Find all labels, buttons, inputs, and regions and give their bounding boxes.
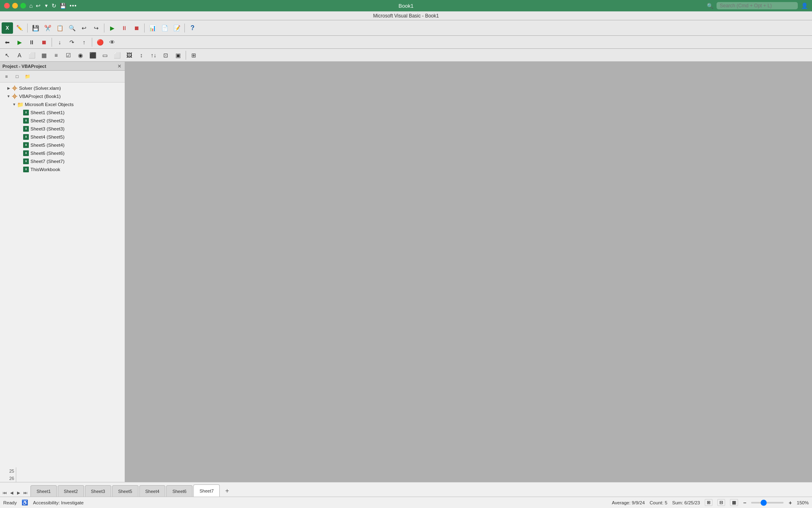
sheet2-item[interactable]: X Sheet2 (Sheet2) — [0, 117, 125, 125]
undo-icon[interactable]: ↩ — [36, 2, 41, 9]
step-into-button[interactable]: ↓ — [54, 37, 65, 48]
combo-tool-button[interactable]: ▦ — [38, 50, 50, 61]
sheet5-excel-icon: X — [23, 142, 29, 148]
toggle-tool-icon: ⬛ — [89, 52, 96, 59]
class-module-button[interactable]: 📝 — [171, 22, 182, 34]
sheet-last-button[interactable]: ⏭ — [22, 488, 29, 497]
sheet-tab-sheet2[interactable]: Sheet2 — [58, 485, 84, 497]
sheet-tab-sheet3[interactable]: Sheet3 — [85, 485, 111, 497]
step-over-button[interactable]: ↷ — [66, 37, 78, 48]
sheet-tab-sheet6[interactable]: Sheet6 — [166, 485, 193, 497]
thisworkbook-item[interactable]: X ThisWorkbook — [0, 165, 125, 174]
sheet2-label: Sheet2 (Sheet2) — [30, 118, 65, 123]
view-code-button[interactable]: ≡ — [2, 72, 11, 81]
toggle-folders-button[interactable]: 📁 — [23, 72, 32, 81]
sheet-tabs-bar: ⏮ ◀ ▶ ⏭ Sheet1 Sheet2 Sheet3 Sheet5 Shee… — [0, 482, 812, 497]
row-number-25: 25 — [0, 467, 16, 475]
frame-tool-button[interactable]: ▭ — [99, 50, 110, 61]
play2-button[interactable]: ▶ — [14, 37, 25, 48]
vbaproject-expand-icon[interactable]: ▼ — [6, 93, 11, 99]
sheet-tab-sheet4[interactable]: Sheet4 — [139, 485, 166, 497]
find-button[interactable]: 🔍 — [66, 22, 78, 34]
textbox-tool-button[interactable]: ⬜ — [26, 50, 37, 61]
design-mode-button[interactable]: ✏️ — [14, 22, 25, 34]
sheet6-item[interactable]: X Sheet6 (Sheet6) — [0, 149, 125, 157]
close-button[interactable] — [4, 3, 10, 9]
sheet3-item[interactable]: X Sheet3 (Sheet3) — [0, 125, 125, 133]
more-icon[interactable]: ••• — [69, 2, 77, 9]
page-layout-button[interactable]: ⊟ — [717, 499, 725, 506]
sheet-tab-sheet1[interactable]: Sheet1 — [30, 485, 57, 497]
indent-left-button[interactable]: ⬅ — [2, 37, 13, 48]
vbaproject-gear-icon — [11, 93, 18, 100]
image-tool-button[interactable]: 🖼 — [123, 50, 135, 61]
module-button[interactable]: 📄 — [159, 22, 170, 34]
tabstrip-tool-button[interactable]: ⊡ — [160, 50, 171, 61]
frame-tool-icon: ▭ — [102, 52, 108, 59]
ms-excel-objects-item[interactable]: ▼ 📁 Microsoft Excel Objects — [0, 100, 125, 109]
spin-tool-button[interactable]: ↑↓ — [148, 50, 159, 61]
cut-button[interactable]: ✂️ — [42, 22, 53, 34]
refresh-icon[interactable]: ↻ — [52, 2, 56, 9]
arrow-tool-button[interactable]: ↖ — [2, 50, 13, 61]
home-icon[interactable]: ⌂ — [29, 2, 32, 9]
toggle-tool-button[interactable]: ⬛ — [87, 50, 98, 61]
panel-close-button[interactable]: ✕ — [117, 63, 122, 69]
zoom-slider[interactable] — [751, 502, 784, 504]
sheet-tab-arrows: ⏮ ◀ ▶ ⏭ — [0, 488, 30, 497]
add-sheet-button[interactable]: + — [222, 486, 232, 496]
userform-button[interactable]: 📊 — [147, 22, 158, 34]
share-icon[interactable]: 👤 — [801, 2, 808, 9]
listbox-tool-button[interactable]: ≡ — [50, 50, 62, 61]
solver-item[interactable]: ▶ Solver (Solver.xlam) — [0, 84, 125, 92]
radio-tool-button[interactable]: ◉ — [75, 50, 86, 61]
copy-button[interactable]: 📋 — [54, 22, 65, 34]
save-toolbar-button[interactable]: 💾 — [30, 22, 41, 34]
maximize-button[interactable] — [20, 3, 26, 9]
ms-excel-objects-expand-icon[interactable]: ▼ — [11, 102, 17, 107]
ms-excel-objects-folder-icon: 📁 — [17, 101, 24, 108]
view-object-button[interactable]: □ — [12, 72, 22, 81]
sheet-tab-sheet7[interactable]: Sheet7 — [193, 484, 220, 497]
break-button[interactable]: ⏸ — [119, 22, 130, 34]
undo-arrow-icon[interactable]: ▼ — [44, 3, 48, 8]
zoom-in-button[interactable]: + — [788, 499, 792, 506]
stop2-icon: ⏹ — [41, 39, 47, 46]
solver-expand-icon[interactable]: ▶ — [6, 85, 11, 91]
help-button[interactable]: ? — [187, 22, 198, 34]
page-break-button[interactable]: ▦ — [730, 499, 738, 506]
app-title: Microsoft Visual Basic - Book1 — [373, 13, 439, 19]
sheet7-item[interactable]: X Sheet7 (Sheet7) — [0, 157, 125, 165]
more-controls-button[interactable]: ⊞ — [188, 50, 199, 61]
redo-toolbar-button[interactable]: ↪ — [91, 22, 102, 34]
pause2-button[interactable]: ⏸ — [26, 37, 37, 48]
stop-button[interactable]: ⏹ — [131, 22, 142, 34]
step-out-button[interactable]: ↑ — [78, 37, 90, 48]
undo-toolbar-button[interactable]: ↩ — [78, 22, 90, 34]
sheet5-item[interactable]: X Sheet5 (Sheet4) — [0, 141, 125, 149]
sheet7-excel-icon: X — [23, 158, 29, 165]
sheet3-label: Sheet3 (Sheet3) — [30, 126, 65, 131]
watch-button[interactable]: 👁 — [106, 37, 118, 48]
btn-tool-button[interactable]: ⬜ — [111, 50, 123, 61]
stop2-button[interactable]: ⏹ — [38, 37, 50, 48]
run-button[interactable]: ▶ — [106, 22, 118, 34]
sheet-tab-sheet5[interactable]: Sheet5 — [112, 485, 139, 497]
minimize-button[interactable] — [12, 3, 18, 9]
vbaproject-item[interactable]: ▼ VBAProject (Book1) — [0, 92, 125, 100]
multipage-tool-button[interactable]: ▣ — [172, 50, 184, 61]
search-input[interactable] — [717, 2, 798, 9]
checkbox-tool-button[interactable]: ☑ — [63, 50, 74, 61]
sheet-first-button[interactable]: ⏮ — [2, 488, 8, 497]
sheet4-item[interactable]: X Sheet4 (Sheet5) — [0, 133, 125, 141]
normal-view-button[interactable]: ⊞ — [705, 499, 712, 506]
label-tool-button[interactable]: A — [14, 50, 25, 61]
zoom-out-button[interactable]: − — [743, 499, 746, 506]
save-icon[interactable]: 💾 — [60, 3, 66, 9]
sheet1-item[interactable]: X Sheet1 (Sheet1) — [0, 109, 125, 117]
sheet-next-button[interactable]: ▶ — [15, 488, 22, 497]
breakpoint-button[interactable]: 🔴 — [94, 37, 106, 48]
scroll-tool-button[interactable]: ↕ — [136, 50, 147, 61]
sheet-prev-button[interactable]: ◀ — [9, 488, 15, 497]
average-status: Average: 9/9/24 — [612, 500, 645, 505]
